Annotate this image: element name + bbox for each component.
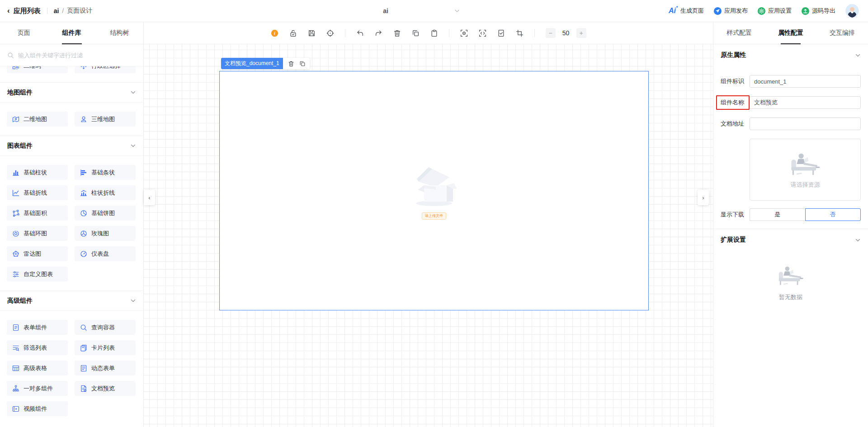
component-item-基础饼图[interactable]: 基础饼图 [75,206,136,221]
paste-icon[interactable] [430,29,438,37]
sidebar-tab-结构树[interactable]: 结构树 [95,22,143,44]
one-to-many-icon [12,385,19,392]
zoom-control: −50+ [546,28,586,38]
no-data-illustration [776,264,806,287]
canvas-toolbar: i−50+ [144,22,713,44]
frame-icon[interactable] [516,29,524,37]
component-item-玫瑰图[interactable]: 玫瑰图 [75,226,136,241]
doc-check-icon[interactable] [497,29,505,37]
copy-component-icon[interactable] [299,61,306,67]
component-item-基础面积[interactable]: 基础面积 [7,206,68,221]
component-item-卡片列表[interactable]: 卡片列表 [75,340,136,355]
preview-scan-icon[interactable] [460,29,468,37]
delete-component-icon[interactable] [288,61,294,67]
video-icon [12,405,19,413]
empty-box-illustration [407,164,461,207]
user-avatar[interactable] [845,4,859,18]
component-item-筛选列表[interactable]: 筛选列表 [7,340,68,355]
component-item-label: 柱状折线 [91,189,115,197]
topbar-action-3[interactable]: 应用设置 [758,7,792,15]
component-item-三维地图[interactable]: 三维地图 [75,112,136,127]
component-item-二维码[interactable]: 二维码 [7,66,68,73]
component-item-高级表格[interactable]: 高级表格 [7,361,68,375]
back-button[interactable]: 应用列表 [14,7,41,15]
selection-tag: 文档预览_document_1 [221,58,310,69]
zoom-out-button[interactable]: − [546,28,556,38]
component-item-label: 基础饼图 [91,209,115,217]
component-item-基础环图[interactable]: 基础环图 [7,226,68,241]
component-item-雷达图[interactable]: 雷达图 [7,246,68,261]
form-icon [12,324,19,331]
download-option-否[interactable]: 否 [805,208,861,221]
component-item-仪表盘[interactable]: 仪表盘 [75,246,136,261]
save-icon[interactable] [308,29,316,37]
inspector-tab-属性配置[interactable]: 属性配置 [765,22,816,44]
show-download-row: 显示下载 是否 [721,208,861,221]
dynamic-form-icon [80,365,87,372]
section-title: 地图组件 [7,89,33,97]
component-item-label: 仪表盘 [91,250,109,258]
component-list: 二维码行政区选择地图组件二维地图三维地图图表组件基础柱状基础条状基础折线柱状折线… [0,66,143,427]
component-item-查询容器[interactable]: 查询容器 [75,320,136,335]
component-item-二维地图[interactable]: 二维地图 [7,112,68,127]
extension-empty-state: 暂无数据 [721,264,861,301]
chart-line-icon [12,189,19,197]
component-item-一对多组件[interactable]: 一对多组件 [7,381,68,396]
empty-upload-placeholder: 请上传文件 [407,164,461,220]
section-header-图表组件[interactable]: 图表组件 [0,136,143,156]
component-item-基础条状[interactable]: 基础条状 [75,165,136,180]
field-input-组件名称[interactable] [750,96,861,109]
search-input[interactable] [18,52,136,59]
resource-picker[interactable]: 请选择资源 [750,139,861,201]
topbar-action-2[interactable]: 应用发布 [714,7,748,15]
download-option-是[interactable]: 是 [750,208,805,221]
component-item-自定义图表[interactable]: 自定义图表 [7,267,68,282]
zoom-in-button[interactable]: + [576,28,586,38]
component-item-动态表单[interactable]: 动态表单 [75,361,136,375]
component-item-label: 卡片列表 [91,344,115,352]
component-item-柱状折线[interactable]: 柱状折线 [75,185,136,200]
target-icon[interactable] [326,29,334,37]
chevron-down-icon [855,52,861,58]
component-grid: 二维地图三维地图 [0,112,143,127]
component-item-基础折线[interactable]: 基础折线 [7,185,68,200]
component-item-视频组件[interactable]: 视频组件 [7,401,68,416]
field-input-组件标识[interactable] [750,75,861,88]
undo-icon[interactable] [356,29,364,37]
topbar-actions: Ai✦生成页面应用发布应用设置源码导出 [669,4,859,18]
topbar-action-4[interactable]: 源码导出 [802,7,835,15]
page-selector[interactable]: ai [311,0,460,22]
collapse-left-panel-handle[interactable]: ‹ [144,190,155,205]
unlock-icon[interactable] [289,29,297,37]
component-item-基础柱状[interactable]: 基础柱状 [7,165,68,180]
native-props-section-header[interactable]: 原生属性 [721,44,861,66]
component-item-行政区选择[interactable]: 行政区选择 [75,66,136,73]
field-input-文档地址[interactable] [750,117,861,130]
inspector-tab-样式配置[interactable]: 样式配置 [713,22,765,44]
component-item-label: 表单组件 [24,324,47,332]
section-header-高级组件[interactable]: 高级组件 [0,291,143,311]
component-item-文档预览[interactable]: 文档预览 [75,381,136,396]
inspector-tabs: 样式配置属性配置交互编排 [713,22,868,44]
sidebar-tab-页面[interactable]: 页面 [0,22,48,44]
component-item-表单组件[interactable]: 表单组件 [7,320,68,335]
extension-section-header[interactable]: 扩展设置 [721,229,861,251]
component-item-label: 二维码 [24,66,41,70]
document-preview-component[interactable]: 请上传文件 [219,71,649,310]
breadcrumb-app[interactable]: ai [54,7,59,14]
settings-icon [758,7,765,15]
copy-icon[interactable] [412,29,420,37]
svg-text:i: i [274,31,275,36]
chevron-down-icon [130,298,136,304]
info-icon[interactable]: i [271,29,278,37]
chevron-down-icon [130,143,136,149]
inspector-tab-交互编排[interactable]: 交互编排 [816,22,868,44]
collapse-right-panel-handle[interactable]: › [698,190,709,205]
trash-icon[interactable] [393,29,401,37]
section-header-地图组件[interactable]: 地图组件 [0,82,143,103]
code-scan-icon[interactable] [479,29,486,37]
back-chevron-icon[interactable]: ‹ [7,6,10,15]
sidebar-tab-组件库[interactable]: 组件库 [48,22,96,44]
topbar-action-1[interactable]: Ai✦生成页面 [669,7,704,15]
redo-icon[interactable] [375,29,382,37]
